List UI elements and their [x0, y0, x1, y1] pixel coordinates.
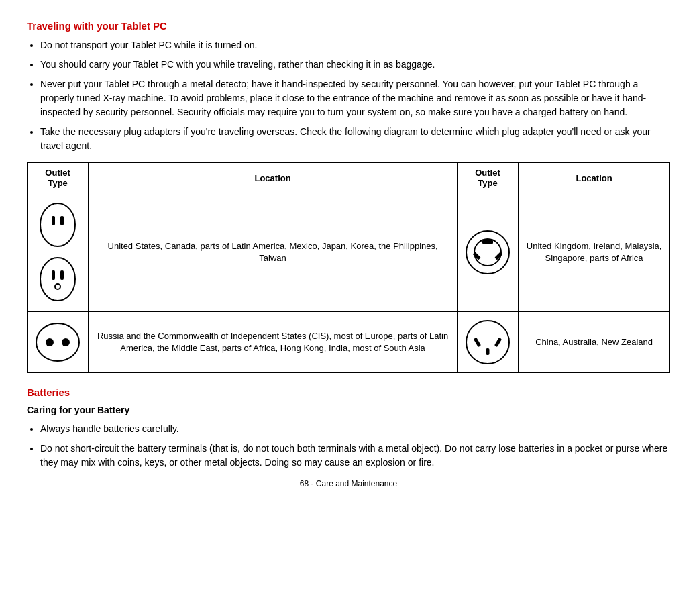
- caring-bullet-1: Always handle batteries carefully.: [40, 422, 670, 436]
- svg-rect-5: [60, 270, 64, 280]
- batteries-title: Batteries: [27, 387, 670, 398]
- svg-rect-11: [494, 252, 502, 260]
- svg-rect-16: [474, 338, 481, 348]
- traveling-bullets: Do not transport your Tablet PC while it…: [40, 38, 670, 153]
- location-1: United States, Canada, parts of Latin Am…: [89, 193, 458, 312]
- traveling-bullet-3: Never put your Tablet PC through a metal…: [40, 77, 670, 119]
- traveling-title: Traveling with your Tablet PC: [27, 20, 670, 32]
- svg-rect-9: [482, 240, 493, 244]
- svg-point-13: [46, 338, 54, 346]
- plug-type-g-svg: [464, 229, 511, 276]
- plug-type-a-bottom-svg: [38, 254, 78, 305]
- traveling-bullet-1: Do not transport your Tablet PC while it…: [40, 38, 670, 52]
- svg-rect-17: [494, 338, 502, 348]
- plug-type-a-top-svg: [38, 200, 78, 250]
- caring-bullets: Always handle batteries carefully. Do no…: [40, 422, 670, 470]
- svg-rect-2: [60, 216, 64, 225]
- location-3: Russia and the Commonwealth of Independe…: [89, 312, 458, 373]
- location-4: China, Australia, New Zealand: [519, 312, 670, 373]
- svg-point-3: [40, 258, 75, 301]
- svg-point-6: [55, 284, 60, 289]
- location-2: United Kingdom, Ireland, Malaysia, Singa…: [519, 193, 670, 312]
- outlet-table: Outlet Type Location Outlet Type Locatio…: [27, 162, 670, 373]
- table-row-2: Russia and the Commonwealth of Independe…: [28, 312, 670, 373]
- traveling-bullet-4: Take the necessary plug adapters if you'…: [40, 125, 670, 153]
- col1-header: Outlet Type: [28, 163, 89, 193]
- svg-point-14: [62, 338, 70, 346]
- svg-point-0: [40, 203, 75, 246]
- outlet-icon-type-i: [457, 312, 518, 373]
- table-row-1: United States, Canada, parts of Latin Am…: [28, 193, 670, 312]
- caring-title: Caring for your Battery: [27, 405, 670, 415]
- svg-point-7: [466, 231, 509, 274]
- footer: 68 - Care and Maintenance: [27, 479, 670, 489]
- svg-point-15: [466, 321, 509, 364]
- caring-bullet-2: Do not short-circuit the battery termina…: [40, 442, 670, 470]
- plug-type-i-svg: [464, 319, 511, 366]
- outlet-icon-type-a: [28, 193, 89, 312]
- col2-header: Location: [89, 163, 458, 193]
- svg-point-12: [36, 323, 79, 361]
- svg-rect-4: [52, 270, 55, 280]
- traveling-bullet-2: You should carry your Tablet PC with you…: [40, 58, 670, 72]
- outlet-icon-type-c: [28, 312, 89, 373]
- outlet-icon-type-g: [457, 193, 518, 312]
- col3-header: Outlet Type: [457, 163, 518, 193]
- col4-header: Location: [519, 163, 670, 193]
- plug-type-c-svg: [34, 319, 81, 366]
- svg-rect-10: [473, 252, 481, 260]
- svg-rect-1: [52, 216, 55, 225]
- svg-rect-18: [486, 348, 490, 355]
